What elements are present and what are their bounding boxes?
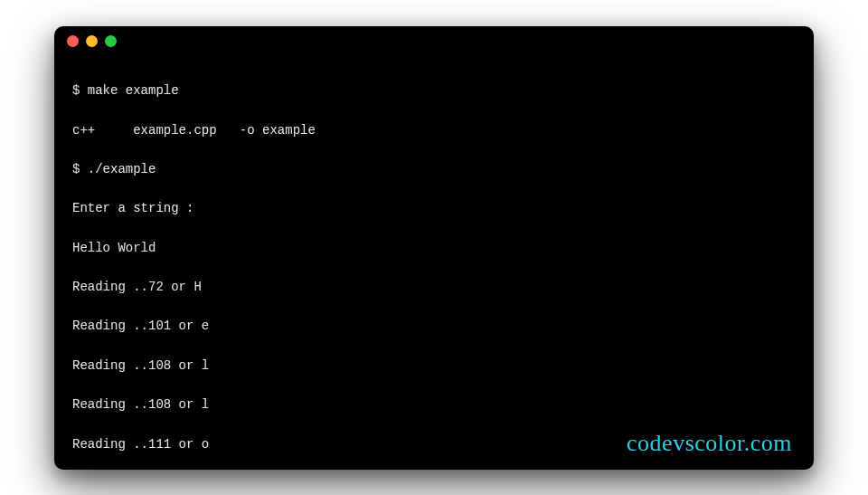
maximize-icon[interactable]: [105, 35, 117, 47]
terminal-line: c++ example.cpp -o example: [72, 121, 796, 141]
minimize-icon[interactable]: [86, 35, 98, 47]
terminal-line: Reading ..108 or l: [72, 395, 796, 415]
terminal-line: Reading ..101 or e: [72, 317, 796, 337]
terminal-output[interactable]: $ make example c++ example.cpp -o exampl…: [54, 57, 814, 470]
window-titlebar: [54, 26, 814, 57]
terminal-line: $ ./example: [72, 160, 796, 180]
terminal-line: Enter a string :: [72, 199, 796, 219]
terminal-line: Reading ..72 or H: [72, 278, 796, 298]
watermark: codevscolor.com: [627, 430, 792, 457]
terminal-window: $ make example c++ example.cpp -o exampl…: [54, 26, 814, 470]
terminal-line: Hello World: [72, 239, 796, 259]
terminal-line: Reading ..108 or l: [72, 357, 796, 376]
close-icon[interactable]: [67, 35, 79, 47]
terminal-line: $ make example: [72, 81, 796, 101]
